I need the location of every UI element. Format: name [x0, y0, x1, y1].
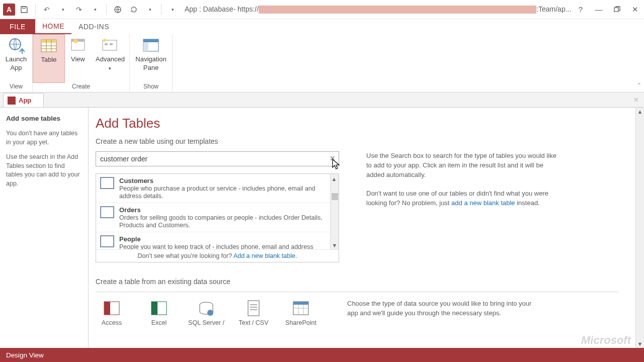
sidebar-text-2: Use the search in the Add Tables section…	[6, 153, 82, 188]
svg-rect-19	[151, 302, 157, 315]
view-icon	[69, 36, 87, 54]
page-title: Add Tables	[96, 116, 644, 131]
add-blank-table-link[interactable]: Add a new blank table.	[233, 252, 297, 259]
ribbon-group-view-label: View	[0, 83, 32, 92]
table-icon	[100, 235, 114, 247]
sidebar-heading: Add some tables	[6, 115, 82, 122]
svg-rect-5	[41, 40, 56, 43]
search-results: CustomersPeople who purchase a product o…	[96, 173, 339, 262]
ribbon-tabs: FILE HOME ADD-INS	[0, 19, 644, 34]
datasource-sqlserver[interactable]: SQL Server /	[190, 299, 222, 326]
search-input[interactable]	[96, 151, 339, 166]
tab-addins[interactable]: ADD-INS	[71, 19, 116, 34]
subtitle: Create a new table using our templates	[96, 137, 644, 145]
svg-rect-12	[110, 43, 113, 45]
status-text: Design View	[6, 351, 44, 359]
qat-more-dropdown-icon[interactable]: ▾	[143, 3, 157, 17]
main-area: Add some tables You don't have any table…	[0, 108, 644, 348]
text-icon	[245, 299, 263, 317]
table-button[interactable]: Table	[33, 34, 65, 83]
ribbon-group-show-label: Show	[130, 83, 172, 92]
svg-point-8	[73, 39, 77, 43]
ribbon-group-create-label: Create	[33, 83, 129, 92]
restore-icon[interactable]	[608, 3, 626, 17]
window-title: App : Database- https://:Team/ap...	[180, 5, 572, 14]
tab-home[interactable]: HOME	[35, 19, 71, 34]
undo-icon[interactable]: ↶	[40, 3, 54, 17]
sidebar-text-1: You don't have any tables in your app ye…	[6, 129, 82, 147]
view-button[interactable]: View	[65, 34, 91, 83]
svg-rect-14	[143, 39, 158, 42]
table-icon	[100, 177, 114, 189]
datasource-excel[interactable]: Excel	[143, 299, 175, 326]
scroll-down-icon[interactable]: ▼	[637, 340, 643, 348]
section2-title: Create a table from an existing data sou…	[96, 278, 644, 286]
close-icon[interactable]: ✕	[626, 3, 644, 17]
navigation-pane-button[interactable]: Navigation Pane	[130, 34, 172, 83]
result-item[interactable]: OrdersOrders for selling goods to compan…	[96, 203, 339, 232]
content-scrollbar[interactable]: ▲ ▼	[635, 108, 644, 348]
content: Add Tables Create a new table using our …	[89, 108, 644, 348]
datasource-access[interactable]: Access	[96, 299, 128, 326]
advanced-icon	[101, 36, 119, 54]
save-icon[interactable]	[17, 3, 31, 17]
redo-dropdown-icon[interactable]: ▾	[88, 3, 102, 17]
svg-rect-17	[104, 302, 110, 315]
ribbon: Launch App View Table View	[0, 34, 644, 93]
help-text: Use the Search box to search for the typ…	[366, 151, 557, 208]
undo-dropdown-icon[interactable]: ▾	[56, 3, 70, 17]
access-icon	[103, 299, 121, 317]
table-icon	[100, 206, 114, 218]
collapse-ribbon-icon[interactable]: ˄	[637, 82, 641, 90]
titlebar: A ↶ ▾ ↷ ▾ ▾ ▾ App : Database- https://:T…	[0, 0, 644, 19]
results-footer: Don't see what you're looking for? Add a…	[96, 249, 339, 262]
refresh-icon[interactable]	[127, 3, 141, 17]
scroll-up-icon[interactable]: ▲	[637, 108, 643, 116]
add-blank-table-link-2[interactable]: add a new blank table	[451, 199, 515, 207]
sharepoint-icon	[292, 299, 310, 317]
results-scrollbar[interactable]: ▲ ▼	[330, 174, 339, 249]
datasource-sharepoint[interactable]: SharePoint	[285, 299, 317, 326]
table-icon	[40, 37, 58, 55]
globe-up-icon	[7, 36, 25, 54]
sidebar: Add some tables You don't have any table…	[0, 108, 89, 348]
tab-file[interactable]: FILE	[0, 19, 35, 34]
advanced-button[interactable]: Advanced▾	[91, 34, 129, 83]
svg-rect-7	[71, 39, 85, 42]
document-tabbar: App ✕	[0, 93, 644, 108]
access-app-icon: A	[3, 4, 15, 16]
launch-app-button[interactable]: Launch App	[0, 34, 32, 83]
excel-icon	[150, 299, 168, 317]
datasource-textcsv[interactable]: Text / CSV	[237, 299, 270, 326]
statusbar: Design View	[0, 348, 644, 362]
redo-icon[interactable]: ↷	[72, 3, 86, 17]
datasource-help: Choose the type of data source you would…	[347, 299, 538, 318]
svg-rect-2	[614, 8, 618, 12]
minimize-icon[interactable]: —	[590, 3, 608, 17]
app-tab-icon	[8, 97, 16, 105]
svg-rect-24	[293, 302, 308, 305]
svg-rect-22	[248, 301, 259, 316]
document-tab-app[interactable]: App	[3, 93, 44, 107]
svg-rect-11	[105, 43, 108, 45]
sqlserver-icon	[197, 299, 215, 317]
result-item[interactable]: PeoplePeople you want to keep track of -…	[96, 232, 339, 249]
help-icon[interactable]: ?	[572, 3, 590, 17]
close-document-icon[interactable]: ✕	[633, 96, 639, 104]
scroll-down-icon[interactable]: ▼	[332, 241, 338, 249]
svg-point-10	[103, 39, 106, 42]
svg-rect-15	[143, 42, 148, 51]
globe-icon[interactable]	[111, 3, 125, 17]
result-item[interactable]: CustomersPeople who purchase a product o…	[96, 174, 339, 203]
svg-point-21	[207, 310, 213, 316]
qat-customize-icon[interactable]: ▾	[166, 3, 180, 17]
scroll-up-icon[interactable]: ▲	[332, 175, 337, 183]
mouse-cursor-icon	[330, 158, 340, 170]
navigation-pane-icon	[142, 36, 160, 54]
microsoft-logo: Microsoft	[581, 334, 631, 347]
